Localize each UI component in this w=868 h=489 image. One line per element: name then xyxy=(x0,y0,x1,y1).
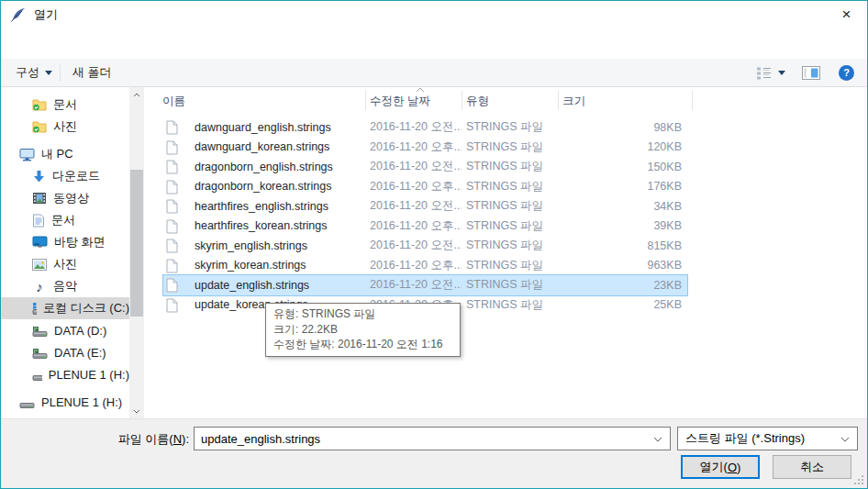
drive-icon xyxy=(19,395,35,408)
sidebar-item-music[interactable]: ♪ 음악 xyxy=(1,275,129,297)
open-file-dialog: 열기 × ← → ↑ « Steam › steamapps › common … xyxy=(0,0,868,489)
sidebar-item-documents[interactable]: 문서 xyxy=(1,209,129,231)
resize-grip[interactable] xyxy=(853,474,864,485)
sidebar-item-pictures-quick[interactable]: 사진 xyxy=(1,116,129,138)
preview-pane-icon[interactable] xyxy=(802,66,820,80)
file-icon xyxy=(166,298,178,313)
file-name: skyrim_english.strings xyxy=(195,239,307,252)
file-name: update_english.strings xyxy=(195,279,309,292)
column-divider[interactable] xyxy=(692,91,693,110)
filename-combobox[interactable] xyxy=(194,427,671,450)
file-size: 815KB xyxy=(585,239,682,252)
list-header: 이름 수정한 날짜 유형 크기 xyxy=(152,89,867,113)
file-type: STRINGS 파일 xyxy=(466,238,543,253)
file-icon xyxy=(166,120,178,135)
sidebar-label: PLENUE 1 (H:) xyxy=(41,395,122,409)
views-dropdown-icon[interactable] xyxy=(778,71,785,75)
column-divider[interactable] xyxy=(462,91,462,110)
computer-icon xyxy=(19,148,35,161)
tooltip-size: 크기: 22.2KB xyxy=(273,322,452,338)
sidebar-label: 로컬 디스크 (C:) xyxy=(43,300,129,317)
sidebar-item-videos[interactable]: 동영상 xyxy=(1,187,129,209)
file-row-selected[interactable]: update_english.strings 2016-11-20 오전... … xyxy=(163,275,687,295)
file-size: 23KB xyxy=(585,279,682,292)
filename-input[interactable] xyxy=(195,428,670,450)
file-size: 176KB xyxy=(585,180,682,193)
sidebar-scrollbar[interactable] xyxy=(129,87,144,418)
file-type: STRINGS 파일 xyxy=(466,198,543,214)
scroll-up-icon[interactable] xyxy=(129,87,144,102)
file-name: hearthfires_english.strings xyxy=(195,200,328,213)
column-header-size[interactable]: 크기 xyxy=(562,94,585,109)
drive-icon xyxy=(32,368,42,381)
sidebar-item-data-e[interactable]: DATA (E:) xyxy=(1,341,129,363)
file-type: STRINGS 파일 xyxy=(466,139,543,155)
file-row[interactable]: skyrim_korean.strings 2016-11-20 오후... S… xyxy=(163,256,687,276)
chevron-down-icon xyxy=(45,71,52,75)
main-content: 문서 사진 내 PC 다운로드 동영상 문서 xyxy=(1,87,867,418)
scrollbar-thumb[interactable] xyxy=(130,170,143,317)
tooltip-date: 수정한 날짜: 2016-11-20 오전 1:16 xyxy=(273,337,452,352)
column-header-type[interactable]: 유형 xyxy=(466,94,489,109)
sidebar-item-documents-quick[interactable]: 문서 xyxy=(1,94,129,116)
column-header-name[interactable]: 이름 xyxy=(162,94,185,109)
sidebar-item-local-disk-c[interactable]: 로컬 디스크 (C:) xyxy=(1,297,129,319)
organize-button[interactable]: 구성 xyxy=(16,59,52,86)
file-size: 34KB xyxy=(585,200,682,213)
download-icon xyxy=(32,170,46,183)
sidebar-item-plenue-h-root[interactable]: PLENUE 1 (H:) xyxy=(1,391,129,413)
file-type: STRINGS 파일 xyxy=(466,258,543,273)
file-row[interactable]: dawnguard_english.strings 2016-11-20 오전.… xyxy=(163,117,687,138)
file-icon xyxy=(166,239,178,253)
file-type: STRINGS 파일 xyxy=(466,297,543,313)
sidebar-item-data-d[interactable]: DATA (D:) xyxy=(1,319,129,341)
scroll-down-icon[interactable] xyxy=(129,404,144,418)
sidebar-label: 사진 xyxy=(53,256,77,272)
video-icon xyxy=(32,192,47,205)
feather-app-icon xyxy=(10,6,27,23)
chevron-down-icon[interactable] xyxy=(840,437,850,442)
sidebar-item-plenue-h[interactable]: PLENUE 1 (H:) xyxy=(1,363,129,385)
file-row[interactable]: dawnguard_korean.strings 2016-11-20 오후..… xyxy=(163,138,687,158)
file-tooltip: 유형: STRINGS 파일 크기: 22.2KB 수정한 날짜: 2016-1… xyxy=(265,303,461,357)
file-size: 25KB xyxy=(585,298,682,311)
file-row[interactable]: dragonborn_korean.strings 2016-11-20 오후.… xyxy=(163,177,687,197)
file-name: dragonborn_english.strings xyxy=(195,161,333,173)
file-list: dawnguard_english.strings 2016-11-20 오전.… xyxy=(163,117,687,315)
file-date: 2016-11-20 오후... xyxy=(370,218,462,234)
filetype-select[interactable]: 스트링 파일 (*.Strings) xyxy=(677,427,858,450)
file-type: STRINGS 파일 xyxy=(466,119,543,135)
divider xyxy=(60,64,61,82)
command-bar: 구성 새 폴더 ? xyxy=(1,59,867,87)
column-divider[interactable] xyxy=(558,91,559,110)
new-folder-button[interactable]: 새 폴더 xyxy=(72,59,112,86)
file-icon xyxy=(166,278,178,293)
cancel-button[interactable]: 취소 xyxy=(773,455,851,479)
file-row[interactable]: hearthfires_english.strings 2016-11-20 오… xyxy=(163,196,687,217)
file-type: STRINGS 파일 xyxy=(466,159,543,174)
column-divider[interactable] xyxy=(365,91,366,110)
file-row[interactable]: skyrim_english.strings 2016-11-20 오전... … xyxy=(163,236,687,256)
chevron-down-icon[interactable] xyxy=(653,437,662,442)
dialog-footer: 파일 이름(N): 스트링 파일 (*.Strings) 열기(O) 취소 xyxy=(1,418,867,488)
file-date: 2016-11-20 오전... xyxy=(370,198,462,214)
sidebar-item-desktop[interactable]: 바탕 화면 xyxy=(1,231,129,253)
navigation-pane: 문서 사진 내 PC 다운로드 동영상 문서 xyxy=(1,87,129,418)
open-button[interactable]: 열기(O) xyxy=(681,455,760,479)
sidebar-item-this-pc[interactable]: 내 PC xyxy=(1,143,129,165)
file-type: STRINGS 파일 xyxy=(466,218,543,234)
file-row[interactable]: dragonborn_english.strings 2016-11-20 오전… xyxy=(163,157,687,177)
music-note-icon: ♪ xyxy=(32,279,47,295)
close-button[interactable]: × xyxy=(826,1,867,28)
file-name: dawnguard_korean.strings xyxy=(195,140,329,153)
help-button[interactable]: ? xyxy=(839,65,854,81)
file-icon xyxy=(166,259,178,273)
sidebar-item-pictures[interactable]: 사진 xyxy=(1,253,129,275)
file-size: 120KB xyxy=(585,140,682,153)
file-date: 2016-11-20 오전... xyxy=(370,277,462,293)
details-view-icon[interactable] xyxy=(756,66,772,80)
column-header-date[interactable]: 수정한 날짜 xyxy=(370,94,430,109)
file-row[interactable]: hearthfires_korean.strings 2016-11-20 오후… xyxy=(163,217,687,237)
file-name: dragonborn_korean.strings xyxy=(195,180,331,193)
sidebar-item-downloads[interactable]: 다운로드 xyxy=(1,165,129,187)
